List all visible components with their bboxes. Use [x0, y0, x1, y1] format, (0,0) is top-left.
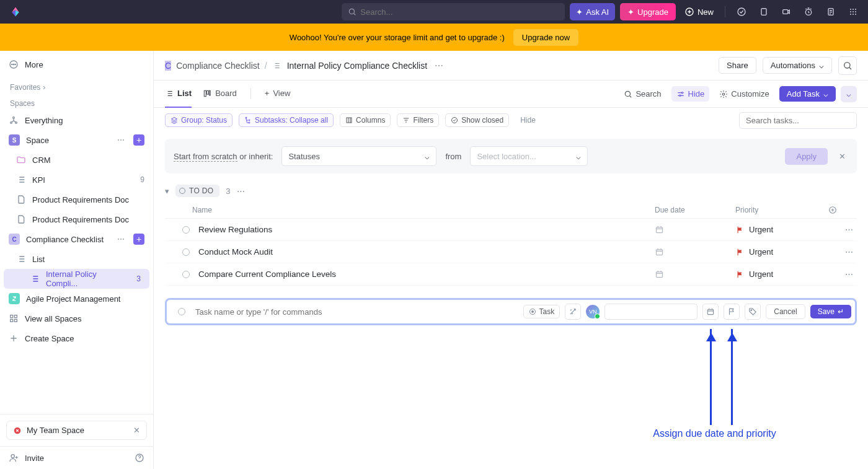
apps-grid-icon[interactable] — [844, 3, 862, 20]
sidebar-create-space[interactable]: Create Space — [0, 328, 153, 348]
due-date-cell[interactable] — [655, 270, 735, 279]
status-circle-icon[interactable] — [178, 308, 185, 315]
subtask-icon — [244, 116, 252, 124]
clipboard-icon[interactable] — [755, 3, 773, 20]
task-row[interactable]: Conduct Mock Audit Urgent ⋯ — [165, 241, 857, 263]
inherit-bar: Start from scratch or inherit: Statuses … — [165, 139, 857, 173]
hide-chip[interactable]: Hide — [515, 114, 541, 126]
wand-icon-button[interactable] — [565, 304, 581, 320]
due-date-button[interactable] — [702, 304, 719, 320]
status-circle-icon[interactable] — [182, 271, 190, 278]
add-column-button[interactable] — [828, 206, 853, 214]
hide-toggle[interactable]: Hide — [671, 86, 710, 102]
sidebar-everything[interactable]: Everything — [0, 110, 153, 130]
task-name[interactable]: Conduct Mock Audit — [198, 247, 655, 256]
notepad-icon[interactable] — [822, 3, 839, 20]
view-tab-board[interactable]: Board — [203, 81, 237, 108]
group-chip[interactable]: Group: Status — [165, 113, 232, 127]
filters-chip[interactable]: Filters — [397, 113, 439, 127]
priority-cell[interactable]: Urgent — [735, 225, 828, 234]
sidebar-more[interactable]: More — [0, 55, 153, 74]
row-menu-button[interactable]: ⋯ — [828, 270, 853, 279]
help-icon[interactable] — [135, 453, 144, 463]
sidebar-item-prd2[interactable]: Product Requirements Doc — [0, 209, 153, 229]
invite-button[interactable]: Invite — [0, 446, 153, 469]
start-scratch-link[interactable]: Start from scratch — [174, 152, 237, 162]
due-date-cell[interactable] — [655, 225, 735, 234]
search-icon-button[interactable] — [838, 56, 857, 75]
location-select[interactable]: Select location... ⌵ — [470, 146, 588, 166]
new-button[interactable]: New — [681, 7, 717, 17]
add-task-button[interactable]: Add Task ⌵ — [779, 86, 836, 102]
due-date-cell[interactable] — [655, 247, 735, 256]
columns-chip[interactable]: Columns — [340, 113, 391, 127]
new-task-field[interactable] — [604, 304, 698, 320]
statuses-select[interactable]: Statuses ⌵ — [281, 146, 436, 166]
svg-rect-41 — [347, 118, 352, 123]
share-button[interactable]: Share — [719, 57, 756, 74]
search-tasks-input[interactable] — [739, 112, 857, 129]
sidebar-item-prd1[interactable]: Product Requirements Doc — [0, 190, 153, 209]
status-circle-icon[interactable] — [182, 248, 190, 256]
add-button[interactable]: + — [133, 134, 144, 146]
task-type-chip[interactable]: Task — [523, 305, 560, 318]
task-name[interactable]: Review Regulations — [198, 225, 655, 234]
save-button[interactable]: Save ↵ — [810, 305, 851, 318]
new-task-input[interactable] — [195, 305, 518, 319]
sidebar-item-crm[interactable]: CRM — [0, 150, 153, 170]
col-name[interactable]: Name — [192, 206, 655, 214]
check-circle-icon[interactable] — [733, 3, 750, 20]
expand-button[interactable]: ⌵ — [841, 86, 857, 102]
chevron-down-icon: ⌵ — [819, 61, 824, 70]
task-row[interactable]: Compare Current Compliance Levels Urgent… — [165, 263, 857, 286]
sidebar-item-kpi[interactable]: KPI 9 — [0, 170, 153, 190]
automations-button[interactable]: Automations ⌵ — [763, 57, 832, 74]
status-pill[interactable]: TO DO — [175, 185, 219, 197]
row-menu-button[interactable]: ⋯ — [828, 247, 853, 256]
ellipsis-icon[interactable]: ⋯ — [117, 235, 125, 243]
global-search-input[interactable] — [360, 7, 559, 17]
ellipsis-icon[interactable]: ⋯ — [435, 61, 443, 71]
global-search[interactable] — [342, 3, 565, 20]
priority-button[interactable] — [724, 304, 740, 320]
show-closed-chip[interactable]: Show closed — [445, 113, 509, 127]
sidebar-view-all[interactable]: View all Spaces — [0, 309, 153, 328]
avatar[interactable]: VN — [586, 305, 600, 318]
priority-cell[interactable]: Urgent — [735, 247, 828, 256]
video-icon[interactable] — [777, 3, 795, 20]
ask-ai-button[interactable]: ✦ Ask AI — [570, 3, 615, 20]
cancel-button[interactable]: Cancel — [766, 304, 805, 319]
task-name[interactable]: Compare Current Compliance Levels — [198, 270, 655, 279]
col-priority[interactable]: Priority — [735, 206, 828, 214]
favorites-heading[interactable]: Favorites › — [0, 78, 153, 94]
team-space-chip[interactable]: My Team Space ✕ — [6, 421, 147, 440]
sidebar-active-list[interactable]: Internal Policy Compli... 3 — [4, 269, 149, 289]
search-toggle[interactable]: Search — [619, 86, 666, 102]
status-circle-icon[interactable] — [182, 226, 190, 234]
sidebar-space[interactable]: S Space ⋯ + — [0, 130, 153, 150]
upgrade-button[interactable]: ✦ Upgrade — [620, 3, 676, 20]
plus-circle-icon — [684, 7, 694, 17]
customize-button[interactable]: Customize — [714, 86, 774, 102]
banner-upgrade-button[interactable]: Upgrade now — [513, 29, 578, 46]
ellipsis-icon[interactable]: ⋯ — [237, 186, 245, 196]
col-due[interactable]: Due date — [655, 206, 735, 214]
sidebar-agile[interactable]: Agile Project Management — [0, 289, 153, 309]
ellipsis-icon[interactable]: ⋯ — [117, 136, 125, 144]
apply-button[interactable]: Apply — [785, 148, 828, 165]
add-view-button[interactable]: + View — [265, 81, 291, 108]
sidebar-compliance[interactable]: C Compliance Checklist ⋯ + — [0, 229, 153, 249]
tag-button[interactable] — [745, 304, 761, 320]
close-icon[interactable]: ✕ — [133, 426, 140, 435]
close-icon[interactable]: ✕ — [836, 152, 848, 161]
breadcrumb-parent[interactable]: Compliance Checklist — [176, 61, 260, 71]
subtasks-chip[interactable]: Subtasks: Collapse all — [239, 113, 334, 127]
row-menu-button[interactable]: ⋯ — [828, 225, 853, 234]
view-tab-list[interactable]: List — [165, 81, 192, 108]
clock-icon[interactable] — [800, 3, 817, 20]
collapse-toggle[interactable]: ▾ — [165, 186, 169, 196]
priority-cell[interactable]: Urgent — [735, 270, 828, 279]
add-button[interactable]: + — [133, 234, 144, 245]
sidebar-sublist[interactable]: List — [0, 249, 153, 269]
task-row[interactable]: Review Regulations Urgent ⋯ — [165, 219, 857, 241]
